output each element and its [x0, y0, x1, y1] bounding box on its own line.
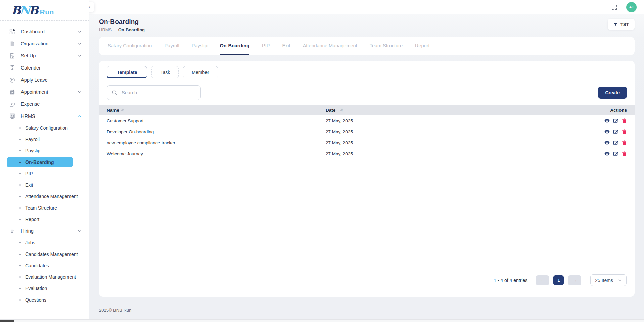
bullet-icon: [19, 207, 21, 209]
sidebar-item-appointment[interactable]: Appointment: [0, 86, 89, 98]
bullet-icon: [19, 288, 21, 289]
table-row[interactable]: Customer Support 27 May, 2025: [99, 115, 635, 126]
tab-pip[interactable]: PIP: [262, 37, 270, 55]
sidebar-item-jobs[interactable]: Jobs: [0, 237, 89, 248]
delete-icon[interactable]: [622, 118, 627, 124]
sidebar: BNB Run Dashboard Organization: [0, 0, 89, 322]
sidebar-item-payroll[interactable]: Payroll: [0, 134, 89, 145]
view-icon[interactable]: [604, 151, 610, 157]
horizontal-scrollbar[interactable]: [0, 319, 644, 322]
sidebar-item-payslip[interactable]: Payslip: [0, 145, 89, 156]
sort-icon[interactable]: ⇵: [121, 108, 124, 112]
tab-report[interactable]: Report: [415, 37, 430, 55]
edit-icon[interactable]: [613, 129, 618, 134]
receipt-icon: [9, 101, 15, 107]
brand-logo[interactable]: BNB Run: [0, 0, 89, 21]
subtab-task[interactable]: Task: [151, 66, 179, 78]
sidebar-item-candidates[interactable]: Candidates: [0, 260, 89, 271]
page-size-select[interactable]: 25 Items: [590, 274, 627, 286]
sidebar-item-apply-leave[interactable]: Apply Leave: [0, 74, 89, 86]
breadcrumb-parent[interactable]: HRMS: [99, 27, 112, 32]
document-gear-icon: [9, 53, 15, 59]
edit-icon[interactable]: [613, 118, 618, 123]
tab-payslip[interactable]: Payslip: [192, 37, 208, 55]
tab-salary-configuration[interactable]: Salary Configuration: [108, 37, 152, 55]
template-date: 27 May, 2025: [326, 151, 591, 156]
sidebar-item-expense[interactable]: Expense: [0, 98, 89, 110]
sidebar-item-evaluation-management[interactable]: Evaluation Management: [0, 271, 89, 283]
template-date: 27 May, 2025: [326, 118, 591, 123]
chevron-down-icon: [78, 229, 82, 233]
search-box[interactable]: [107, 85, 201, 100]
bullet-icon: [19, 219, 21, 220]
chevron-down-icon: [78, 42, 82, 46]
bullet-icon: [19, 299, 21, 301]
sidebar-item-hiring[interactable]: Hiring: [0, 225, 89, 237]
sidebar-item-organization[interactable]: Organization: [0, 38, 89, 50]
sidebar-item-salary-configuration[interactable]: Salary Configuration: [0, 122, 89, 134]
sidebar-item-evaluation[interactable]: Evaluation: [0, 283, 89, 294]
sidebar-item-label: Organization: [21, 41, 78, 46]
subtab-template[interactable]: Template: [107, 66, 147, 78]
sidebar-item-report[interactable]: Report: [0, 214, 89, 225]
breadcrumb: HRMS - On-Boarding: [99, 27, 145, 32]
sidebar-item-setup[interactable]: Set Up: [0, 50, 89, 62]
tab-on-boarding[interactable]: On-Boarding: [220, 37, 249, 55]
fullscreen-icon[interactable]: [611, 4, 617, 10]
subtab-member[interactable]: Member: [183, 66, 218, 78]
edit-icon[interactable]: [613, 140, 618, 145]
table-row[interactable]: new employee compliance tracker 27 May, …: [99, 137, 635, 148]
tab-payroll[interactable]: Payroll: [164, 37, 179, 55]
view-icon[interactable]: [604, 129, 610, 135]
breadcrumb-separator: -: [114, 27, 116, 32]
sidebar-item-team-structure[interactable]: Team Structure: [0, 202, 89, 214]
view-icon[interactable]: [604, 140, 610, 146]
tab-exit[interactable]: Exit: [282, 37, 290, 55]
edit-icon[interactable]: [613, 151, 618, 156]
bullet-icon: [19, 127, 21, 129]
sidebar-item-label: Exit: [25, 182, 89, 188]
sidebar-item-dashboard[interactable]: Dashboard: [0, 26, 89, 38]
sidebar-item-pip[interactable]: PIP: [0, 168, 89, 179]
sidebar-item-hrms[interactable]: HRMS: [0, 110, 89, 122]
sidebar-item-candidates-management[interactable]: Candidates Management: [0, 248, 89, 260]
scrollbar-thumb[interactable]: [0, 320, 14, 322]
filter-tst-button[interactable]: TST: [608, 19, 635, 30]
sidebar-item-calender[interactable]: Calender: [0, 62, 89, 74]
template-name: new employee compliance tracker: [99, 140, 326, 145]
bullet-icon: [19, 265, 21, 266]
delete-icon[interactable]: [622, 151, 627, 157]
template-name: Customer Support: [99, 118, 326, 123]
tab-team-structure[interactable]: Team Structure: [370, 37, 403, 55]
search-input[interactable]: [122, 90, 196, 95]
chevron-down-icon: [78, 54, 82, 58]
pagination-prev-button[interactable]: ←: [536, 275, 549, 285]
table-header: Name⇵ Date ⇵ Actions: [99, 105, 635, 115]
table-row[interactable]: Developer On-boarding 27 May, 2025: [99, 126, 635, 137]
view-icon[interactable]: [604, 118, 610, 124]
sidebar-item-label: Dashboard: [21, 29, 78, 34]
tab-attendance-management[interactable]: Attendance Management: [303, 37, 357, 55]
bullet-icon: [19, 150, 21, 151]
pagination-page-1[interactable]: 1: [553, 275, 564, 285]
sort-icon[interactable]: ⇵: [340, 108, 343, 112]
sidebar-item-label: Set Up: [21, 53, 78, 58]
delete-icon[interactable]: [622, 129, 627, 135]
create-button[interactable]: Create: [598, 87, 627, 99]
template-table: Name⇵ Date ⇵ Actions Customer Support 27…: [99, 105, 635, 159]
column-name-label: Name: [107, 108, 119, 113]
pagination-next-button[interactable]: →: [568, 275, 581, 285]
table-row[interactable]: Welcome Journey 27 May, 2025: [99, 148, 635, 159]
sidebar-item-attendance-management[interactable]: Attendance Management: [0, 191, 89, 202]
chevron-down-icon: [78, 90, 82, 94]
sidebar-item-on-boarding[interactable]: On-Boarding: [7, 157, 73, 167]
column-actions-label: Actions: [610, 108, 627, 113]
bullet-icon: [19, 196, 21, 197]
funnel-icon: [613, 22, 618, 27]
avatar[interactable]: A1: [626, 2, 637, 12]
bullet-icon: [19, 184, 21, 186]
sidebar-item-exit[interactable]: Exit: [0, 179, 89, 191]
delete-icon[interactable]: [622, 140, 627, 146]
chevron-up-icon: [78, 114, 82, 118]
sidebar-item-questions[interactable]: Questions: [0, 294, 89, 306]
